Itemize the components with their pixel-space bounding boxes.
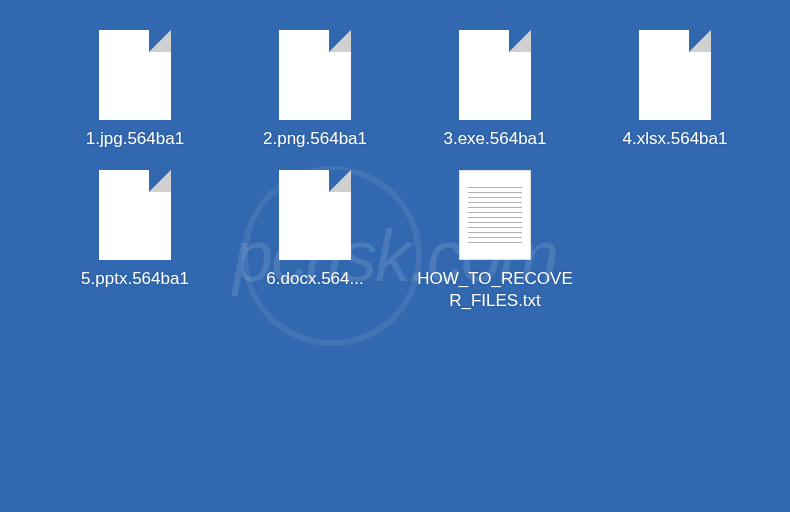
file-label: 1.jpg.564ba1 (86, 128, 184, 150)
file-label: 3.exe.564ba1 (443, 128, 546, 150)
file-item[interactable]: 1.jpg.564ba1 (50, 30, 220, 150)
file-label: 4.xlsx.564ba1 (623, 128, 728, 150)
blank-file-icon (279, 30, 351, 120)
desktop-area: 1.jpg.564ba1 2.png.564ba1 3.exe.564ba1 4… (0, 0, 790, 342)
blank-file-icon (279, 170, 351, 260)
file-item[interactable]: 5.pptx.564ba1 (50, 170, 220, 290)
blank-file-icon (459, 30, 531, 120)
file-item[interactable]: 3.exe.564ba1 (410, 30, 580, 150)
file-label: HOW_TO_RECOVER_FILES.txt (413, 268, 578, 312)
blank-file-icon (99, 30, 171, 120)
file-item[interactable]: 2.png.564ba1 (230, 30, 400, 150)
file-label: 2.png.564ba1 (263, 128, 367, 150)
file-label: 6.docx.564... (266, 268, 363, 290)
text-file-icon (459, 170, 531, 260)
blank-file-icon (639, 30, 711, 120)
file-label: 5.pptx.564ba1 (81, 268, 189, 290)
file-item[interactable]: 4.xlsx.564ba1 (590, 30, 760, 150)
blank-file-icon (99, 170, 171, 260)
file-item[interactable]: 6.docx.564... (230, 170, 400, 290)
file-item[interactable]: HOW_TO_RECOVER_FILES.txt (410, 170, 580, 312)
